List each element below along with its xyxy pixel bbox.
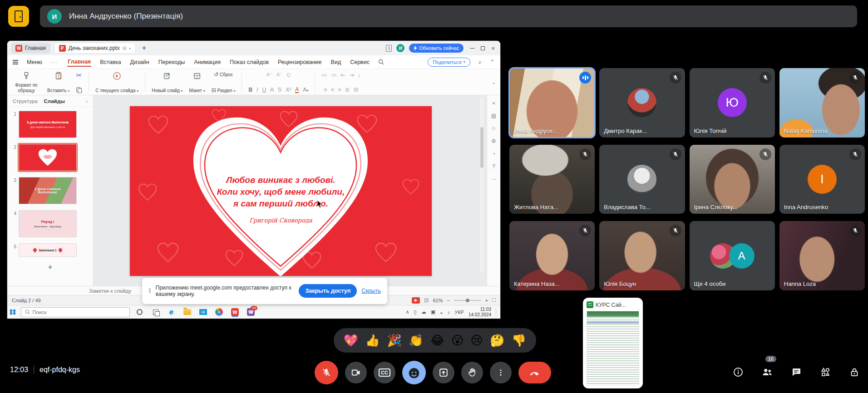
participants-panel-button[interactable]: 16: [761, 366, 774, 378]
language-indicator[interactable]: УКР: [454, 309, 464, 315]
participant-tile[interactable]: Hanna Loza: [779, 221, 865, 290]
slideshow-play-button[interactable]: ▶: [412, 297, 420, 304]
format-painter-button[interactable]: Формат по образцу: [12, 71, 41, 94]
host-controls-button[interactable]: [848, 366, 861, 378]
clear-format-icon[interactable]: Ǫ: [286, 72, 291, 78]
menu-item-insert[interactable]: Вставка: [99, 58, 121, 66]
menu-item-design[interactable]: Дизайн: [130, 58, 150, 66]
stop-sharing-button[interactable]: Закрыть доступ: [299, 284, 357, 298]
reaction-laugh[interactable]: 😂: [430, 334, 444, 348]
reaction-surprised[interactable]: 😮: [451, 334, 464, 348]
tray-cloud-icon[interactable]: ☁: [421, 309, 426, 315]
show-desktop-button[interactable]: [496, 307, 498, 317]
participant-tile[interactable]: Владислава То...: [599, 145, 685, 214]
participant-tile[interactable]: Житлова Ната...: [509, 145, 595, 214]
reaction-thumbs-down[interactable]: 👎: [512, 334, 526, 348]
participant-tile[interactable]: Ірина Слєпоку...: [690, 145, 775, 214]
wps-office-icon[interactable]: W: [231, 308, 240, 317]
rail-collapse-icon[interactable]: «: [492, 100, 495, 106]
align-left-icon[interactable]: ≡: [324, 86, 327, 93]
file-explorer-icon[interactable]: [183, 308, 192, 317]
taskbar-clock[interactable]: 11:03 14.02.2024: [469, 307, 491, 318]
slide-thumbnail-row[interactable]: 2: [10, 144, 90, 171]
slide-thumbnail-row[interactable]: 1 З днем святого Валентина Для людей зак…: [10, 111, 90, 138]
paste-button[interactable]: Вставить ▾: [47, 71, 69, 94]
document-count-badge[interactable]: 1: [386, 45, 392, 52]
align-right-icon[interactable]: ≡: [338, 86, 341, 93]
participant-tile[interactable]: Катерина Наза...: [509, 221, 595, 290]
menu-item-tools[interactable]: Сервис: [350, 58, 370, 66]
reset-section-group[interactable]: ↺ Сброс ⊟ Раздел ▾: [212, 71, 236, 94]
activities-button[interactable]: [819, 366, 832, 378]
scissors-icon[interactable]: ✂: [76, 72, 82, 79]
reaction-cry[interactable]: 😢: [470, 334, 483, 348]
search-input[interactable]: [33, 309, 110, 315]
reaction-thinking[interactable]: 🤔: [490, 334, 504, 348]
screen-share-preview-card[interactable]: КУРС Сай...: [583, 298, 643, 388]
more-options-button[interactable]: [490, 362, 512, 383]
line-spacing-icon[interactable]: ↕: [358, 72, 361, 79]
slide-4-thumbnail[interactable]: Раунд І Запитання - відповідь: [19, 210, 77, 237]
zoom-in-button[interactable]: +: [485, 298, 488, 303]
fullscreen-icon[interactable]: ⛶: [492, 297, 496, 303]
copy-icon[interactable]: [76, 87, 82, 93]
tray-display-icon[interactable]: ▣: [431, 309, 435, 315]
ribbon-collapse-chevron-icon[interactable]: ⌄: [492, 79, 496, 85]
new-tab-button[interactable]: +: [139, 44, 149, 52]
share-button[interactable]: Поделиться▾: [428, 58, 470, 67]
underline-button[interactable]: U: [262, 87, 266, 93]
play-from-current-slide-button[interactable]: С текущего слайда ▾: [95, 71, 138, 94]
font-color-button[interactable]: А: [295, 87, 299, 93]
viber-icon[interactable]: ☎19: [247, 308, 256, 317]
wps-document-tab[interactable]: P День закоханих.pptx ⊟ ▪: [54, 43, 136, 54]
ribbon-collapse-icon[interactable]: ⌃: [490, 59, 495, 65]
update-now-button[interactable]: Обновить сейчас: [409, 44, 464, 53]
slide-thumbnail-row[interactable]: 3 З Днем Святого Валентина!: [10, 177, 90, 204]
windows-start-button[interactable]: [10, 309, 15, 315]
maximize-button[interactable]: [481, 46, 485, 50]
superscript-button[interactable]: X²: [286, 87, 291, 93]
add-slide-button[interactable]: +: [10, 263, 90, 272]
drag-handle-icon[interactable]: ‖: [148, 287, 151, 295]
leave-call-button[interactable]: [518, 362, 551, 383]
taskbar-search[interactable]: [21, 307, 130, 317]
tray-expand-icon[interactable]: ∧: [406, 309, 409, 315]
indent-increase-icon[interactable]: ⇥: [349, 72, 354, 79]
reaction-heart[interactable]: 💖: [344, 334, 358, 348]
participant-tile[interactable]: Инна Андрусе...: [509, 68, 595, 138]
captions-button[interactable]: CC: [374, 362, 395, 383]
menu-overflow-dots[interactable]: ···: [51, 59, 59, 65]
present-button[interactable]: [433, 362, 454, 383]
slide-1-thumbnail[interactable]: З днем святого Валентина Для людей закох…: [19, 111, 77, 138]
participant-tile[interactable]: Ю Юлія Топчій: [690, 68, 775, 138]
ribbon-settings-icon[interactable]: ⌕: [478, 59, 482, 66]
strikethrough-button[interactable]: A: [270, 87, 274, 93]
chat-panel-button[interactable]: [790, 366, 803, 378]
slide-2-thumbnail-selected[interactable]: [19, 144, 77, 171]
wps-account-avatar[interactable]: И: [396, 44, 404, 52]
indent-decrease-icon[interactable]: ⇤: [340, 72, 345, 79]
zoom-slider[interactable]: [454, 300, 481, 301]
vertical-scrollbar[interactable]: [480, 98, 484, 272]
rail-properties-icon[interactable]: ▤: [491, 113, 496, 119]
close-button[interactable]: ×: [491, 45, 495, 52]
mic-muted-button[interactable]: [315, 361, 338, 384]
justify-icon[interactable]: ≣: [345, 86, 350, 93]
panel-tab-slides[interactable]: Слайды: [44, 98, 65, 104]
decrease-font-icon[interactable]: А⁻: [276, 72, 282, 78]
bold-button[interactable]: B: [248, 87, 252, 93]
task-view-icon[interactable]: [151, 308, 160, 317]
reaction-clap[interactable]: 👏: [409, 334, 423, 348]
slide-thumbnail-row[interactable]: 5 Запитання 1: [10, 243, 90, 257]
italic-button[interactable]: I: [256, 87, 258, 93]
align-center-icon[interactable]: ≡: [331, 86, 335, 93]
zoom-out-button[interactable]: −: [447, 298, 449, 303]
rail-settings-icon[interactable]: ⚙: [491, 138, 496, 144]
menu-item-home[interactable]: Главная: [67, 58, 91, 67]
menu-item-view[interactable]: Вид: [330, 58, 342, 66]
rail-star-icon[interactable]: ☆: [491, 125, 496, 132]
tray-mic-icon[interactable]: ▯: [414, 309, 417, 315]
mail-icon[interactable]: ✉: [199, 308, 208, 317]
fit-slide-icon[interactable]: ⊡: [424, 297, 429, 304]
highlight-color-button[interactable]: А▾: [303, 87, 308, 93]
